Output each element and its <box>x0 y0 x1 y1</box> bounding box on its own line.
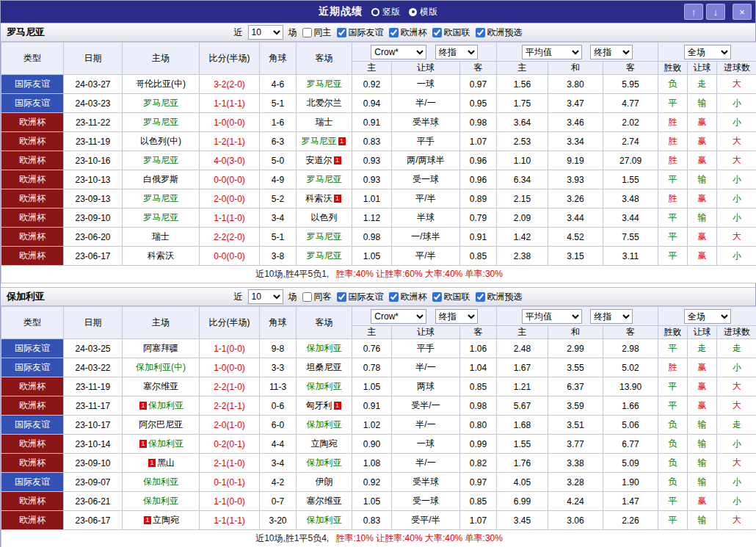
corners: 5-2 <box>260 189 297 209</box>
move-down-button[interactable]: ↓ <box>706 4 725 20</box>
same-venue-checkbox[interactable]: 同客 <box>302 291 332 303</box>
layout-radio-vertical[interactable]: 竖版 <box>371 6 400 18</box>
league-filter-nations-league-input[interactable] <box>432 28 442 37</box>
home-team-cell: 1立陶宛 <box>123 511 200 530</box>
ah-time-select[interactable]: 终指 <box>435 45 478 59</box>
ah-source-select[interactable]: Crow* <box>371 309 426 324</box>
match-row: 欧洲杯23-06-171立陶宛1-1(1-1)3-20保加利亚0.83受平/半1… <box>1 511 756 530</box>
result-outcome: 负 <box>658 435 688 454</box>
ah-line: 半球 <box>392 209 460 228</box>
away-team-name: 罗马尼亚 <box>307 231 342 242</box>
result-goals: 大 <box>717 511 756 530</box>
home-team-cell: 白俄罗斯 <box>123 170 200 189</box>
ah-line: 半/一 <box>392 416 460 435</box>
ah-home-odds: 0.98 <box>352 228 392 247</box>
league-filter-eurocup-label: 欧洲杯 <box>401 26 427 39</box>
league-filter-nations-league[interactable]: 欧国联 <box>432 26 470 39</box>
result-goals: 大 <box>717 75 756 94</box>
match-row: 欧洲杯23-09-10罗马尼亚1-1(1-0)3-4以色列1.12半球0.792… <box>1 209 756 228</box>
eu-away-odds: 1.66 <box>603 396 658 416</box>
ah-away-odds: 0.85 <box>460 377 497 396</box>
league-filter-euro-qualifiers-input[interactable] <box>476 28 485 37</box>
team-section: 罗马尼亚 近 10 场 同主 国际友谊 欧洲杯 欧国联 欧 <box>1 23 755 283</box>
league-filter-friendly-input[interactable] <box>337 28 346 37</box>
match-row: 欧洲杯23-11-22罗马尼亚1-0(0-0)1-6瑞士0.91受半球0.983… <box>1 113 756 132</box>
eu-away-odds: 6.77 <box>603 435 658 454</box>
eu-draw-odds: 3.55 <box>548 358 603 377</box>
home-team-name: 立陶宛 <box>153 515 179 525</box>
eu-time-select[interactable]: 终指 <box>590 309 633 324</box>
scope-select[interactable]: 全场 <box>684 45 731 59</box>
league-filter-friendly[interactable]: 国际友谊 <box>337 26 384 39</box>
eu-home-odds: 2.38 <box>497 247 548 266</box>
result-handicap: 赢 <box>688 151 717 170</box>
match-date: 23-10-16 <box>64 151 123 170</box>
same-venue-checkbox-input[interactable] <box>302 28 312 37</box>
ah-away-odds: 0.89 <box>460 189 497 209</box>
eu-away-odds: 5.95 <box>603 75 658 94</box>
league-filter-nations-league[interactable]: 欧国联 <box>432 291 470 303</box>
league-filter-eurocup[interactable]: 欧洲杯 <box>389 291 427 303</box>
match-count-select[interactable]: 10 <box>248 25 283 40</box>
home-team-name: 阿尔巴尼亚 <box>139 419 183 430</box>
ah-home-odds: 0.92 <box>352 473 392 492</box>
result-handicap: 输 <box>688 416 717 435</box>
league-filter-eurocup-input[interactable] <box>389 292 399 302</box>
league-filter-eurocup-input[interactable] <box>389 28 399 37</box>
eu-source-select[interactable]: 平均值 <box>522 309 582 324</box>
league-filter-euro-qualifiers-input[interactable] <box>476 292 485 302</box>
eu-time-select[interactable]: 终指 <box>590 45 633 59</box>
league-filter-friendly-input[interactable] <box>337 292 346 302</box>
scope-select[interactable]: 全场 <box>684 309 731 324</box>
eu-away-odds: 4.77 <box>603 94 658 113</box>
col-ah-home: 主 <box>352 326 392 339</box>
eu-draw-odds: 3.06 <box>548 511 603 530</box>
match-count-select[interactable]: 10 <box>248 289 283 304</box>
home-team-name: 白俄罗斯 <box>143 174 178 184</box>
score: 1-1(0-0) <box>200 339 260 358</box>
ah-away-odds: 0.80 <box>460 416 497 435</box>
away-team-cell: 伊朗 <box>297 473 352 492</box>
ah-away-odds: 0.82 <box>460 454 497 473</box>
result-scope-header: 全场 <box>658 43 756 62</box>
filter-bar: 近 10 场 同客 国际友谊 欧洲杯 欧国联 欧洲预选 <box>234 289 523 304</box>
eu-away-odds: 3.44 <box>603 209 658 228</box>
ah-home-odds: 0.78 <box>352 358 392 377</box>
col-home: 主场 <box>123 307 200 339</box>
eu-home-odds: 1.55 <box>497 435 548 454</box>
corners: 3-20 <box>260 511 297 530</box>
ah-time-select[interactable]: 终指 <box>435 309 478 324</box>
league-filter-euro-qualifiers[interactable]: 欧洲预选 <box>476 291 523 303</box>
result-handicap: 赢 <box>688 228 717 247</box>
same-venue-checkbox[interactable]: 同主 <box>302 26 332 39</box>
corners: 5-1 <box>260 94 297 113</box>
titlebar: 近期战绩 竖版 横版 ↑ ↓ × <box>1 1 755 23</box>
ah-line: 平/半 <box>392 189 460 209</box>
league-filter-euro-qualifiers[interactable]: 欧洲预选 <box>476 26 523 39</box>
eu-home-odds: 1.75 <box>497 94 548 113</box>
home-team-name: 罗马尼亚 <box>143 98 178 108</box>
corners: 9-8 <box>260 339 297 358</box>
corners: 5-1 <box>260 228 297 247</box>
ah-line: 平/半 <box>392 247 460 266</box>
match-date: 23-11-17 <box>64 396 123 416</box>
result-handicap: 输 <box>688 209 717 228</box>
league-filter-nations-league-input[interactable] <box>432 292 442 302</box>
league-filter-friendly[interactable]: 国际友谊 <box>337 291 384 303</box>
league-filter-eurocup[interactable]: 欧洲杯 <box>389 26 427 39</box>
result-goals: 小 <box>717 358 756 377</box>
home-team-name: 保加利亚(中) <box>136 362 186 372</box>
corners: 4-4 <box>260 435 297 454</box>
eu-source-select[interactable]: 平均值 <box>522 45 582 59</box>
same-venue-checkbox-input[interactable] <box>302 292 312 302</box>
league-filter-nations-league-label: 欧国联 <box>444 26 470 39</box>
eu-home-odds: 1.42 <box>497 228 548 247</box>
red-card-badge: 1 <box>334 195 341 203</box>
match-date: 23-09-10 <box>64 209 123 228</box>
result-outcome: 胜 <box>658 358 688 377</box>
move-up-button[interactable]: ↑ <box>684 4 703 20</box>
close-button[interactable]: × <box>733 4 752 20</box>
result-goals: 小 <box>717 209 756 228</box>
ah-source-select[interactable]: Crow* <box>371 45 426 59</box>
layout-radio-horizontal[interactable]: 横版 <box>409 6 437 18</box>
